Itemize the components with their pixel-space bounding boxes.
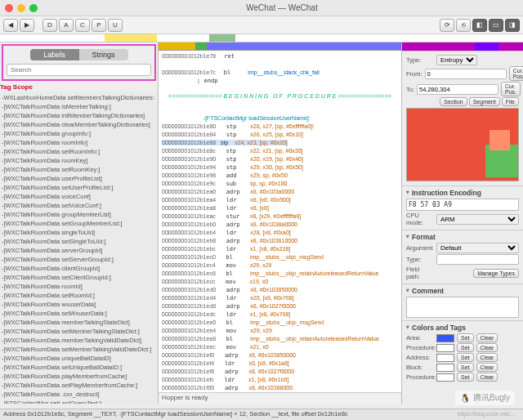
scope-segment-button[interactable]: Segment [469, 97, 500, 106]
list-item[interactable]: -[WXCTalkRoomData setGroupMemberList:] [2, 219, 158, 228]
colors-header[interactable]: Colors and Tags [406, 324, 519, 332]
nav-back-button[interactable]: ◀ [3, 19, 18, 32]
sidebar-segmented[interactable]: Labels Strings [30, 49, 128, 60]
set-button[interactable]: Set [457, 373, 474, 382]
cpu-select[interactable]: ARM [436, 214, 519, 225]
list-item[interactable]: -[WXCTalkRoomData serverGroupId] [2, 246, 158, 255]
encoding-header[interactable]: Instruction Encoding [406, 189, 519, 197]
segment-overview-strip[interactable] [159, 42, 401, 51]
view-btn-3[interactable]: ◨ [505, 19, 520, 32]
list-item[interactable]: -[WXCTalkRoomData uniqueBallDataID] [2, 354, 158, 363]
color-swatch[interactable] [436, 344, 454, 352]
argument-select[interactable]: Default [436, 243, 519, 253]
color-swatch[interactable] [436, 354, 454, 362]
tool-btn-2[interactable]: ⎋ [456, 19, 471, 32]
list-item[interactable]: -[WXCTalkRoomData setRoomId:] [2, 291, 158, 300]
clear-button[interactable]: Clear [476, 363, 498, 372]
list-item[interactable]: -[WXCTalkRoomData clientGroupId] [2, 264, 158, 273]
type2-input[interactable] [436, 254, 519, 265]
symbol-list[interactable]: -WXLashboxHomeData setMembersTalkingDict… [0, 92, 158, 404]
set-button[interactable]: Set [457, 363, 474, 372]
list-item[interactable]: -[WXCTalkRoomData playMemberfromCache] [2, 372, 158, 381]
list-item[interactable]: -[WXCTalkRoomData memberTalkingValidDate… [2, 336, 158, 345]
toolbar: ◀ ▶ D A C P U ⟳ ⎋ ◧ ▭ ◨ [0, 16, 523, 34]
manage-types-button[interactable]: Manage Types [473, 269, 519, 278]
type-select[interactable]: Entropy [436, 55, 477, 65]
mode-u-button[interactable]: U [108, 19, 123, 32]
set-button[interactable]: Set [457, 353, 474, 362]
list-item[interactable]: -[WXCTalkRoomData groupMemberList] [2, 210, 158, 219]
list-item[interactable]: -[WXCTalkRoomData setSingleToUid:] [2, 237, 158, 246]
set-button[interactable]: Set [457, 343, 474, 352]
list-item[interactable]: -[WXCTalkRoomData setVoiceConf:] [2, 201, 158, 210]
clear-button[interactable]: Clear [476, 353, 498, 362]
encoding-bytes: F8 57 03 A9 [406, 199, 519, 211]
close-icon[interactable] [5, 4, 13, 12]
list-item[interactable]: -[WXCTalkRoomData setUserProfileList:] [2, 183, 158, 192]
list-item[interactable]: -[WXCTalkRoomData roomInfo] [2, 138, 158, 147]
footer-status: Address 0x1012b1e8c, Segment __TEXT, -[F… [0, 409, 523, 420]
set-button[interactable]: Set [457, 333, 474, 342]
list-item[interactable]: -[WXCTalkRoomData setMemberTalkingStateD… [2, 327, 158, 336]
tab-strings[interactable]: Strings [79, 49, 128, 60]
clear-button[interactable]: Clear [476, 343, 498, 352]
list-item[interactable]: -[WXCTalkRoomData singleToUid] [2, 228, 158, 237]
mode-a-button[interactable]: A [59, 19, 74, 32]
list-item[interactable]: -[WXCTalkRoomData setWxuserData:] [2, 309, 158, 318]
list-item[interactable]: -[WXCTalkRoomData memberTalkingStateDict… [2, 318, 158, 327]
watermark: 🐧腾讯Bugly [455, 391, 515, 405]
nav-fwd-button[interactable]: ▶ [20, 19, 34, 32]
list-item[interactable]: -[WXCTalkRoomData initMemberTalkingDicti… [2, 111, 158, 120]
watermark-url: https://blog.csdn.net/... [458, 411, 515, 417]
to-input[interactable] [417, 84, 498, 95]
to-curpos-button[interactable]: Cur. Pos. [501, 82, 521, 96]
list-item[interactable]: -[WXCTalkRoomData roomKey] [2, 156, 158, 165]
window-title: WeChat — WeChat [46, 3, 518, 12]
list-item[interactable]: -[WXCTalkRoomData voiceConf] [2, 192, 158, 201]
list-item[interactable]: -[WXCTalkRoomData .cxx_destruct] [2, 390, 158, 399]
tag-scope-header: Tag Scope [0, 83, 158, 92]
clear-button[interactable]: Clear [476, 333, 498, 342]
color-swatch[interactable] [436, 334, 454, 342]
from-input[interactable] [425, 69, 507, 79]
list-item[interactable]: -[WXCTalkRoomData groupInfo:] [2, 129, 158, 138]
list-item[interactable]: -[WXCTalkRoomData isMemberTalking:] [2, 102, 158, 111]
tool-btn-1[interactable]: ⟳ [440, 19, 454, 32]
list-item[interactable]: -[WXCTalkRoomData roomId] [2, 282, 158, 291]
maximize-icon[interactable] [29, 4, 38, 12]
minimize-icon[interactable] [17, 4, 25, 12]
file-overview-strip[interactable] [0, 34, 523, 42]
list-item[interactable]: -WXLashboxHomeData setMembersTalkingDict… [2, 93, 158, 102]
right-overview-strip [402, 42, 523, 51]
list-item[interactable]: -[WXCTalkRoomData setRoomKey:] [2, 165, 158, 174]
clear-button[interactable]: Clear [476, 373, 498, 382]
list-item[interactable]: -[WXCTalkRoomData wxuserData] [2, 300, 158, 309]
list-item[interactable]: -[WXCTalkRoomData setRoomInfo:] [2, 147, 158, 156]
view-btn-2[interactable]: ▭ [489, 19, 503, 32]
format-header[interactable]: Format [406, 233, 519, 241]
entropy-minimap[interactable] [406, 108, 519, 181]
search-input[interactable] [7, 64, 151, 76]
color-swatch[interactable] [436, 364, 454, 372]
color-swatch[interactable] [436, 373, 454, 382]
mode-d-button[interactable]: D [42, 19, 57, 32]
list-item[interactable]: -[FTSContactMgr setLastQueryText:] [2, 399, 158, 404]
mode-p-button[interactable]: P [92, 19, 106, 32]
mode-c-button[interactable]: C [75, 19, 90, 32]
list-item[interactable]: -[WXCTalkRoomData setClientGroupId:] [2, 273, 158, 282]
scope-section-button[interactable]: Section [440, 97, 467, 106]
from-curpos-button[interactable]: Cur. Pos. [509, 66, 523, 81]
type-label: Type: [406, 56, 434, 64]
disassembly-view[interactable]: 000000001012b1e78 ret 000000001012b1e7c … [159, 51, 401, 392]
list-item[interactable]: -[WXCTalkRoomData setPlayMemberfromCache… [2, 381, 158, 390]
list-item[interactable]: -[WXCTalkRoomData setMemberTalkingValidD… [2, 345, 158, 354]
list-item[interactable]: -[WXCTalkRoomData setServerGroupId:] [2, 255, 158, 264]
comment-box[interactable] [406, 297, 519, 318]
scope-file-button[interactable]: File [502, 97, 519, 106]
list-item[interactable]: -[WXCTalkRoomData userProfileList] [2, 174, 158, 183]
list-item[interactable]: -[WXCTalkRoomData setUniqueBallDataID:] [2, 363, 158, 372]
comment-header[interactable]: Comment [406, 287, 519, 295]
view-btn-1[interactable]: ◧ [472, 19, 487, 32]
tab-labels[interactable]: Labels [30, 49, 79, 60]
list-item[interactable]: -[WXCTalkRoomData clearMemberTalkingDict… [2, 120, 158, 129]
